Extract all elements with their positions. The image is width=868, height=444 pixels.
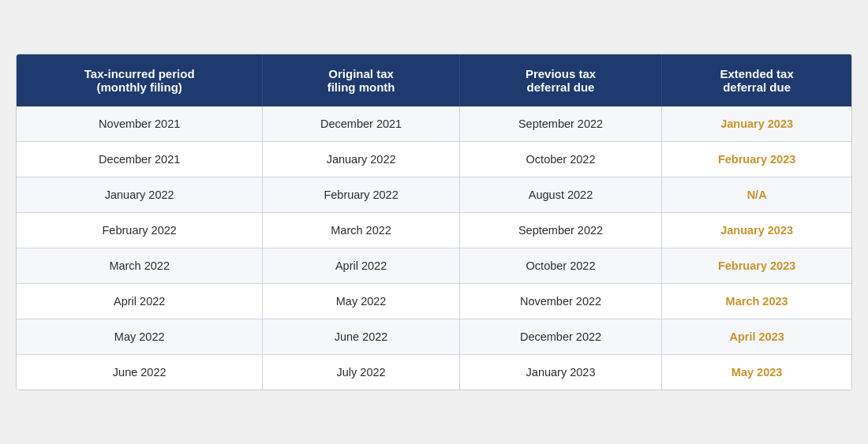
cell-filing: April 2022 <box>263 248 459 284</box>
cell-period: March 2022 <box>17 248 263 284</box>
cell-previous: January 2023 <box>459 355 661 390</box>
cell-filing: March 2022 <box>263 213 459 248</box>
header-previous: Previous taxdeferral due <box>459 54 661 106</box>
table-row: June 2022July 2022January 2023May 2023 <box>17 355 851 390</box>
table-row: February 2022March 2022September 2022Jan… <box>17 213 851 248</box>
cell-period: November 2021 <box>17 106 263 142</box>
table-row: May 2022June 2022December 2022April 2023 <box>17 319 851 355</box>
cell-period: January 2022 <box>17 177 263 213</box>
table-row: November 2021December 2021September 2022… <box>17 106 851 142</box>
cell-period: April 2022 <box>17 284 263 319</box>
table-header-row: Tax-incurred period(monthly filing) Orig… <box>17 54 851 106</box>
cell-extended: February 2023 <box>662 248 851 284</box>
header-filing: Original taxfiling month <box>263 54 459 106</box>
cell-extended: March 2023 <box>662 284 851 319</box>
cell-previous: October 2022 <box>459 142 661 177</box>
cell-extended: January 2023 <box>662 213 851 248</box>
table-row: March 2022April 2022October 2022February… <box>17 248 851 284</box>
cell-period: May 2022 <box>17 319 263 355</box>
cell-filing: May 2022 <box>263 284 459 319</box>
cell-previous: September 2022 <box>459 106 661 142</box>
cell-extended: May 2023 <box>662 355 851 390</box>
cell-filing: February 2022 <box>263 177 459 213</box>
cell-filing: January 2022 <box>263 142 459 177</box>
table-row: January 2022February 2022August 2022N/A <box>17 177 851 213</box>
cell-previous: September 2022 <box>459 213 661 248</box>
cell-previous: December 2022 <box>459 319 661 355</box>
table-row: December 2021January 2022October 2022Feb… <box>17 142 851 177</box>
main-table-container: Tax-incurred period(monthly filing) Orig… <box>16 54 852 390</box>
cell-extended: January 2023 <box>662 106 851 142</box>
cell-filing: July 2022 <box>263 355 459 390</box>
cell-extended: February 2023 <box>662 142 851 177</box>
cell-extended: N/A <box>662 177 851 213</box>
cell-previous: August 2022 <box>459 177 661 213</box>
cell-previous: October 2022 <box>459 248 661 284</box>
tax-deferral-table: Tax-incurred period(monthly filing) Orig… <box>17 54 851 390</box>
cell-extended: April 2023 <box>662 319 851 355</box>
cell-previous: November 2022 <box>459 284 661 319</box>
header-period: Tax-incurred period(monthly filing) <box>17 54 263 106</box>
cell-period: June 2022 <box>17 355 263 390</box>
cell-filing: December 2021 <box>263 106 459 142</box>
header-extended: Extended taxdeferral due <box>662 54 851 106</box>
cell-filing: June 2022 <box>263 319 459 355</box>
table-row: April 2022May 2022November 2022March 202… <box>17 284 851 319</box>
cell-period: February 2022 <box>17 213 263 248</box>
cell-period: December 2021 <box>17 142 263 177</box>
